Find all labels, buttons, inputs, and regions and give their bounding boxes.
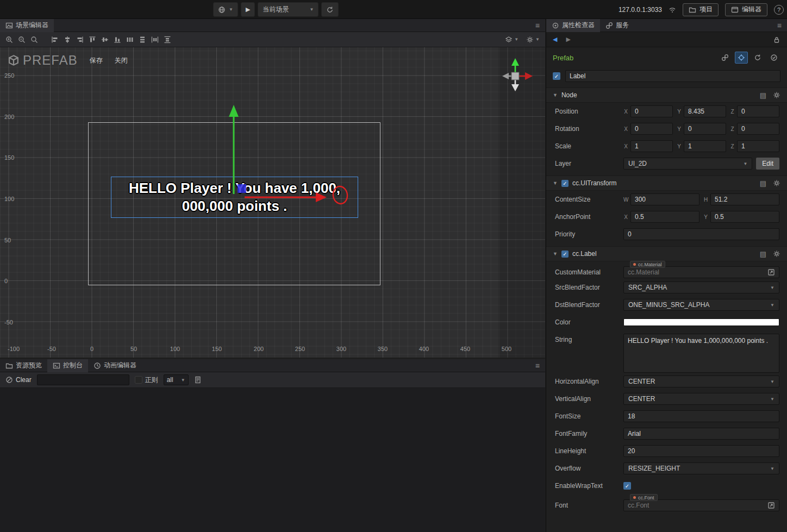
color-swatch[interactable]: [623, 318, 779, 326]
position-z-input[interactable]: [737, 105, 779, 117]
chevron-down-icon: ▼: [743, 161, 747, 166]
collapse-icon[interactable]: ▼: [553, 251, 558, 256]
priority-input[interactable]: [623, 228, 779, 240]
log-filter-select[interactable]: all ▼: [164, 374, 189, 385]
panel-menu-icon[interactable]: ≡: [530, 21, 545, 30]
prefab-locate-button[interactable]: [735, 52, 748, 64]
asset-picker-icon[interactable]: [767, 502, 775, 509]
help-button[interactable]: ?: [774, 5, 784, 15]
verticalalign-select[interactable]: CENTER▼: [623, 393, 779, 405]
scene-select[interactable]: 当前场景 ▼: [258, 2, 318, 17]
copy-values-icon[interactable]: ▤: [760, 250, 766, 258]
platform-globe-button[interactable]: ▼: [213, 2, 238, 17]
tab-asset-preview[interactable]: 资源预览: [0, 359, 47, 372]
export-log-icon[interactable]: [194, 376, 202, 384]
panel-menu-icon[interactable]: ≡: [772, 21, 787, 30]
chevron-down-icon: ▼: [229, 7, 233, 12]
enablewraptext-checkbox[interactable]: ✓: [623, 482, 631, 490]
refresh-button[interactable]: [321, 2, 339, 17]
align-left-button[interactable]: [51, 36, 59, 43]
zoom-reset-button[interactable]: [30, 36, 38, 43]
zoom-out-button[interactable]: [18, 36, 26, 43]
fontfamily-input[interactable]: [623, 428, 779, 440]
tab-animation-editor[interactable]: 动画编辑器: [88, 359, 142, 372]
view-options-button[interactable]: ▼: [505, 36, 519, 43]
space-v-button[interactable]: [164, 36, 171, 43]
cclabel-enabled-checkbox[interactable]: ✓: [561, 251, 569, 258]
align-top-button[interactable]: [89, 36, 96, 43]
gear-icon[interactable]: [773, 91, 780, 99]
distribute-v-button[interactable]: [139, 36, 146, 43]
panel-menu-icon[interactable]: ≡: [530, 361, 545, 370]
space-h-button[interactable]: [151, 36, 159, 43]
align-bottom-button[interactable]: [114, 36, 121, 43]
scale-y-input[interactable]: [684, 140, 726, 152]
lock-icon[interactable]: [773, 36, 780, 43]
scene-settings-button[interactable]: ▼: [526, 36, 540, 43]
layer-select[interactable]: UI_2D ▼: [623, 158, 752, 170]
console-output[interactable]: [0, 388, 545, 532]
play-button[interactable]: ▶: [241, 2, 255, 17]
uitransform-enabled-checkbox[interactable]: ✓: [561, 180, 569, 187]
gear-icon[interactable]: [773, 250, 780, 258]
tab-scene-editor[interactable]: 场景编辑器: [0, 19, 54, 32]
zoom-in-button[interactable]: [5, 36, 13, 43]
scale-x-input[interactable]: [630, 140, 673, 152]
align-middle-v-button[interactable]: [101, 36, 109, 43]
collapse-icon[interactable]: ▼: [553, 92, 558, 98]
align-right-button[interactable]: [76, 36, 84, 43]
copy-values-icon[interactable]: ▤: [760, 179, 766, 187]
position-y-input[interactable]: [684, 105, 726, 117]
font-field[interactable]: cc.Font: [623, 499, 779, 511]
lineheight-input[interactable]: [623, 445, 779, 457]
rotation-y-input[interactable]: [684, 123, 726, 135]
asset-picker-icon[interactable]: [767, 268, 775, 276]
horizontalalign-select[interactable]: CENTER▼: [623, 375, 779, 387]
contentsize-h-input[interactable]: [710, 193, 779, 205]
prefab-apply-button[interactable]: [767, 52, 780, 64]
contentsize-w-input[interactable]: [630, 193, 699, 205]
gizmo-y-arrowhead[interactable]: [229, 105, 239, 117]
label-node[interactable]: HELLO Player ! You have 1,000, 000,000 p…: [111, 177, 358, 218]
prefab-save-button[interactable]: 保存: [90, 56, 103, 65]
console-clear-button[interactable]: Clear: [5, 376, 32, 384]
dstblendfactor-select[interactable]: ONE_MINUS_SRC_ALPHA▼: [623, 299, 779, 311]
tab-property-inspector[interactable]: 属性检查器: [546, 19, 600, 32]
anchorpoint-x-input[interactable]: [630, 211, 699, 223]
nav-forward-button[interactable]: ▶: [566, 36, 570, 43]
overflow-select[interactable]: RESIZE_HEIGHT▼: [623, 462, 779, 474]
align-center-h-icon: [64, 36, 71, 43]
console-search-input[interactable]: [37, 374, 129, 385]
anchorpoint-y-input[interactable]: [710, 211, 779, 223]
custommaterial-field[interactable]: cc.Material: [623, 266, 779, 278]
gear-icon[interactable]: [773, 179, 780, 187]
tab-console[interactable]: 控制台: [47, 359, 88, 372]
ruler-x-label: 350: [378, 346, 388, 352]
prefab-close-button[interactable]: 关闭: [115, 56, 128, 65]
position-x-input[interactable]: [630, 105, 673, 117]
align-right-icon: [76, 36, 84, 43]
prefab-unlink-button[interactable]: [719, 52, 732, 64]
rotation-x-input[interactable]: [630, 123, 673, 135]
rotation-z-input[interactable]: [737, 123, 779, 135]
collapse-icon[interactable]: ▼: [553, 180, 558, 186]
tab-service[interactable]: 服务: [600, 19, 634, 32]
layer-edit-button[interactable]: Edit: [756, 158, 779, 170]
copy-values-icon[interactable]: ▤: [760, 91, 766, 99]
scene-viewport[interactable]: PREFAB 保存 关闭 HELLO Player ! You have 1,0…: [0, 47, 545, 358]
distribute-h-button[interactable]: [126, 36, 134, 43]
node-name-input[interactable]: [565, 70, 780, 82]
scale-z-input[interactable]: [737, 140, 779, 152]
string-textarea[interactable]: HELLO Player ! You have 1,000,000,000 po…: [623, 334, 779, 373]
editor-button[interactable]: 编辑器: [725, 3, 767, 16]
ruler-x-label: 300: [336, 346, 346, 352]
regex-checkbox[interactable]: ✓: [135, 376, 142, 384]
srcblendfactor-select[interactable]: SRC_ALPHA▼: [623, 281, 779, 293]
prefab-reset-button[interactable]: [751, 52, 764, 64]
contentsize-label: ContentSize: [555, 196, 623, 203]
nav-back-button[interactable]: ◀: [553, 36, 557, 43]
align-center-h-button[interactable]: [64, 36, 71, 43]
project-button[interactable]: 项目: [683, 3, 719, 16]
node-active-checkbox[interactable]: ✓: [553, 72, 560, 80]
fontsize-input[interactable]: [623, 410, 779, 422]
